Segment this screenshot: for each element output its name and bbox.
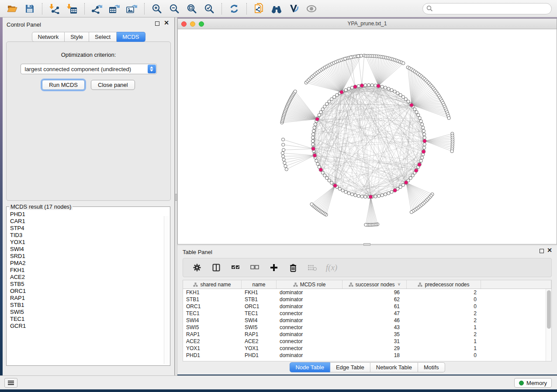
graph-node[interactable] [407, 100, 410, 103]
graph-node[interactable] [325, 176, 329, 179]
graph-node[interactable] [370, 84, 374, 87]
graph-node[interactable] [377, 194, 381, 197]
graph-leaf-node[interactable] [450, 150, 453, 153]
graph-node[interactable] [328, 100, 331, 103]
graph-leaf-node[interactable] [360, 54, 363, 57]
graph-node[interactable] [330, 98, 333, 101]
graph-node[interactable] [384, 193, 387, 196]
graph-node[interactable] [411, 174, 414, 177]
network-window-titlebar[interactable]: YPA_prune.txt_1 [178, 19, 557, 29]
graph-node[interactable] [415, 110, 418, 113]
table-scrollbar-thumb[interactable] [547, 290, 551, 329]
table-row[interactable]: ACE2 ACE2 connector 31 1 [183, 338, 551, 345]
graph-node[interactable] [314, 123, 317, 126]
column-header-successor-nodes[interactable]: successor nodes ˅ [343, 280, 407, 289]
graph-node[interactable] [312, 129, 315, 132]
graph-node[interactable] [311, 133, 315, 136]
tab-select[interactable]: Select [89, 32, 117, 42]
graph-hub-node[interactable] [404, 181, 408, 185]
graph-node[interactable] [321, 108, 324, 111]
delete-table-button[interactable] [307, 262, 318, 273]
mcds-result-item[interactable]: TID3 [10, 232, 170, 239]
column-header-shared-name[interactable]: shared name [183, 280, 242, 289]
graph-hub-node[interactable] [369, 195, 373, 199]
graph-hub-node[interactable] [393, 189, 397, 193]
graph-node[interactable] [390, 89, 393, 92]
tab-network-table[interactable]: Network Table [370, 362, 418, 372]
graph-leaf-node[interactable] [283, 162, 286, 165]
graph-leaf-node[interactable] [282, 143, 285, 146]
tab-style[interactable]: Style [65, 32, 89, 42]
column-header-name[interactable]: name [242, 280, 277, 289]
mcds-result-item[interactable]: CAR1 [10, 218, 170, 225]
tab-motifs[interactable]: Motifs [418, 362, 445, 372]
graph-node[interactable] [341, 189, 344, 192]
graph-hub-node[interactable] [319, 168, 323, 172]
graph-node[interactable] [330, 181, 333, 184]
mcds-result-item[interactable]: SWI4 [10, 246, 170, 253]
float-panel-icon[interactable] [155, 21, 159, 26]
graph-leaf-node[interactable] [349, 56, 353, 59]
zoom-fit-button[interactable] [183, 2, 201, 16]
refresh-network-button[interactable] [225, 2, 243, 16]
graph-node[interactable] [336, 93, 339, 96]
graph-node[interactable] [396, 92, 399, 95]
table-row[interactable]: FKH1 FKH1 dominator 96 2 [183, 289, 551, 296]
graph-node[interactable] [357, 194, 360, 197]
mcds-result-item[interactable]: YOX1 [10, 239, 170, 246]
graph-leaf-node[interactable] [285, 168, 288, 171]
graph-node[interactable] [333, 96, 336, 99]
graph-node[interactable] [423, 146, 426, 149]
graph-node[interactable] [381, 85, 384, 88]
memory-button[interactable]: Memory [514, 378, 552, 388]
mcds-result-item[interactable]: PMA2 [10, 260, 170, 267]
graph-node[interactable] [347, 87, 350, 90]
close-panel-icon[interactable]: ✕ [164, 21, 169, 25]
graph-node[interactable] [381, 194, 384, 197]
graph-hub-node[interactable] [353, 85, 357, 89]
graph-hub-node[interactable] [423, 139, 427, 143]
export-table-button[interactable] [106, 2, 123, 16]
export-network-button[interactable] [88, 2, 106, 16]
graph-node[interactable] [423, 143, 426, 146]
window-close-icon[interactable] [181, 21, 187, 27]
add-column-button[interactable] [269, 262, 279, 273]
mcds-result-item[interactable]: SRD1 [10, 253, 170, 260]
graph-node[interactable] [413, 108, 416, 111]
tab-mcds[interactable]: MCDS [117, 32, 145, 42]
table-row[interactable]: ORC1 ORC1 dominator 61 0 [183, 303, 551, 310]
graph-leaf-node[interactable] [410, 210, 413, 213]
graph-leaf-node[interactable] [282, 158, 285, 161]
graph-node[interactable] [419, 120, 422, 123]
mcds-result-item[interactable]: STP4 [10, 225, 170, 232]
export-image-button[interactable] [123, 2, 141, 16]
graph-node[interactable] [401, 96, 405, 99]
mcds-result-item[interactable]: GCR1 [10, 323, 170, 330]
tab-edge-table[interactable]: Edge Table [330, 362, 370, 372]
graph-hub-node[interactable] [377, 84, 381, 88]
delete-column-button[interactable] [288, 262, 298, 273]
graph-hub-node[interactable] [410, 103, 414, 107]
task-history-button[interactable] [4, 378, 17, 388]
graph-node[interactable] [404, 98, 407, 101]
graph-hub-node[interactable] [360, 84, 364, 88]
graph-node[interactable] [315, 159, 318, 162]
table-row[interactable]: PHD1 PHD1 dominator 18 0 [183, 352, 551, 359]
graph-node[interactable] [347, 192, 350, 195]
float-table-panel-icon[interactable] [540, 249, 544, 253]
network-canvas[interactable] [178, 29, 557, 244]
graph-node[interactable] [311, 139, 314, 142]
graph-node[interactable] [422, 129, 425, 132]
graph-node[interactable] [338, 187, 341, 190]
graph-leaf-node[interactable] [281, 138, 284, 141]
graph-leaf-node[interactable] [357, 55, 360, 58]
graph-node[interactable] [421, 156, 424, 159]
mcds-result-item[interactable]: STB5 [10, 281, 170, 288]
graph-node[interactable] [417, 113, 420, 117]
column-header-predecessor-nodes[interactable]: predecessor nodes [407, 280, 481, 289]
graph-node[interactable] [390, 190, 393, 193]
graph-node[interactable] [423, 133, 426, 136]
function-builder-button[interactable]: f(x) [326, 262, 337, 273]
criterion-select[interactable]: largest connected component (undirected) [21, 64, 157, 74]
graph-leaf-node[interactable] [447, 117, 450, 120]
